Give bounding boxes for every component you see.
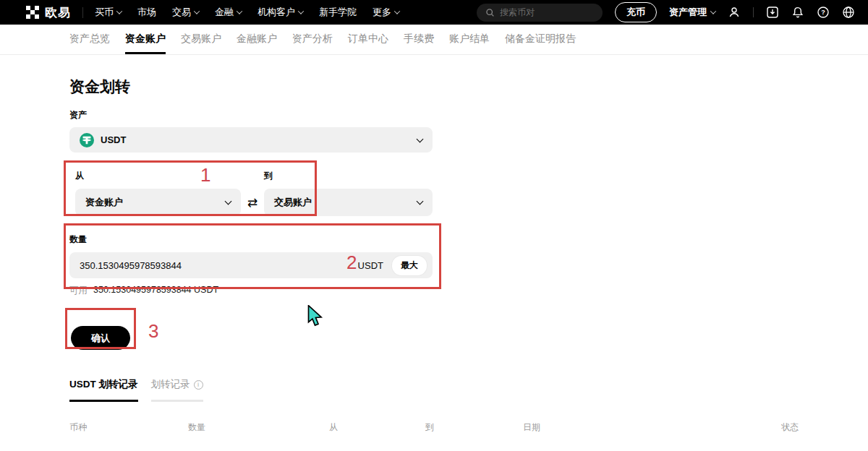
to-label: 到 — [264, 170, 433, 182]
col-header-from: 从 — [329, 421, 425, 434]
search-box[interactable] — [477, 4, 603, 22]
from-label: 从 — [75, 170, 241, 182]
transfer-page: 资金划转 资产 USDT 从 资金账户 ⇄ 到 交易账户 数量 U — [0, 55, 868, 451]
subtab-asset-overview[interactable]: 资产总览 — [69, 25, 110, 54]
menu-item-finance[interactable]: 金融 — [215, 6, 242, 19]
from-account-value: 资金账户 — [85, 196, 226, 209]
records-tabs: USDT 划转记录 划转记录 — [69, 378, 799, 402]
deposit-button[interactable]: 充币 — [615, 2, 657, 22]
subtab-trading-account[interactable]: 交易账户 — [181, 25, 221, 54]
subtab-order-center[interactable]: 订单中心 — [348, 25, 388, 54]
to-column: 到 交易账户 — [264, 170, 433, 216]
account-subnav: 资产总览 资金账户 交易账户 金融账户 资产分析 订单中心 手续费 账户结单 储… — [0, 25, 868, 55]
chevron-down-icon — [417, 135, 424, 142]
subtab-asset-analysis[interactable]: 资产分析 — [292, 25, 333, 54]
col-header-date: 日期 — [523, 421, 540, 434]
usdt-icon — [80, 133, 94, 147]
tab-all-transfer-records[interactable]: 划转记录 — [151, 378, 203, 402]
from-account-select[interactable]: 资金账户 — [75, 189, 241, 216]
to-account-select[interactable]: 交易账户 — [264, 189, 433, 216]
col-header-amount: 数量 — [188, 421, 329, 434]
subtab-proof-of-reserves[interactable]: 储备金证明报告 — [505, 25, 576, 54]
available-label: 可用 — [69, 285, 88, 297]
menu-item-more[interactable]: 更多 — [373, 6, 399, 19]
okx-logo-icon — [26, 6, 39, 19]
menu-item-academy[interactable]: 新手学院 — [319, 6, 357, 19]
okx-logo[interactable]: 欧易 — [26, 4, 71, 21]
amount-field: USDT 最大 — [69, 252, 433, 278]
divider — [82, 7, 83, 18]
max-button[interactable]: 最大 — [392, 256, 427, 275]
menu-item-markets[interactable]: 市场 — [137, 6, 156, 19]
svg-text:?: ? — [821, 9, 825, 16]
search-input[interactable] — [500, 7, 587, 17]
top-navbar: 欧易 买币 市场 交易 金融 机构客户 新手学院 更多 充币 资产管理 — [0, 0, 868, 25]
menu-item-institutional[interactable]: 机构客户 — [258, 6, 303, 19]
available-balance: 可用 350.1530495978593844 USDT — [69, 285, 799, 297]
help-icon[interactable]: ? — [817, 6, 830, 19]
subtab-finance-account[interactable]: 金融账户 — [237, 25, 277, 54]
asset-management-menu[interactable]: 资产管理 — [669, 6, 715, 19]
chevron-down-icon — [237, 8, 242, 14]
asset-value: USDT — [101, 134, 126, 145]
topnav-right: 充币 资产管理 ? — [477, 2, 855, 22]
download-icon[interactable] — [766, 6, 779, 19]
from-column: 从 资金账户 — [75, 170, 241, 216]
brand-name: 欧易 — [45, 4, 71, 21]
menu-item-trade[interactable]: 交易 — [172, 6, 199, 19]
chevron-down-icon — [417, 198, 424, 205]
subtab-fees[interactable]: 手续费 — [404, 25, 434, 54]
page-title: 资金划转 — [69, 77, 799, 97]
confirm-button[interactable]: 确认 — [71, 326, 130, 350]
from-to-row: 从 资金账户 ⇄ 到 交易账户 — [69, 170, 799, 216]
chevron-down-icon — [194, 8, 200, 14]
main-menu: 买币 市场 交易 金融 机构客户 新手学院 更多 — [95, 6, 399, 19]
subtab-funding-account[interactable]: 资金账户 — [125, 25, 166, 54]
chevron-down-icon — [710, 8, 716, 14]
bell-icon[interactable] — [791, 6, 804, 19]
user-icon[interactable] — [728, 6, 741, 19]
search-icon — [485, 8, 495, 17]
asset-select[interactable]: USDT — [69, 127, 433, 153]
menu-item-buy[interactable]: 买币 — [95, 6, 122, 19]
swap-direction-icon[interactable]: ⇄ — [241, 189, 264, 216]
chevron-down-icon — [394, 8, 400, 14]
globe-icon[interactable] — [842, 6, 855, 19]
info-icon — [194, 380, 203, 390]
amount-input[interactable] — [80, 260, 358, 271]
divider — [753, 7, 754, 17]
col-header-to: 到 — [425, 421, 523, 434]
col-header-status: 日期状态 — [523, 421, 799, 434]
col-header-currency: 币种 — [69, 421, 188, 434]
chevron-down-icon — [116, 8, 122, 14]
subtab-account-statement[interactable]: 账户结单 — [449, 25, 490, 54]
table-header-row: 币种 数量 从 到 日期状态 — [69, 421, 799, 434]
available-value: 350.1530495978593844 USDT — [93, 285, 218, 297]
records-table: 币种 数量 从 到 日期状态 USDT 350.15304959 交易账户 资金… — [69, 421, 799, 451]
asset-label: 资产 — [69, 109, 799, 121]
chevron-down-icon — [298, 8, 304, 14]
chevron-down-icon — [225, 198, 232, 205]
amount-label: 数量 — [69, 233, 799, 246]
to-account-value: 交易账户 — [274, 196, 417, 209]
amount-currency: USDT — [358, 260, 383, 271]
tab-usdt-transfer-records[interactable]: USDT 划转记录 — [69, 378, 138, 402]
